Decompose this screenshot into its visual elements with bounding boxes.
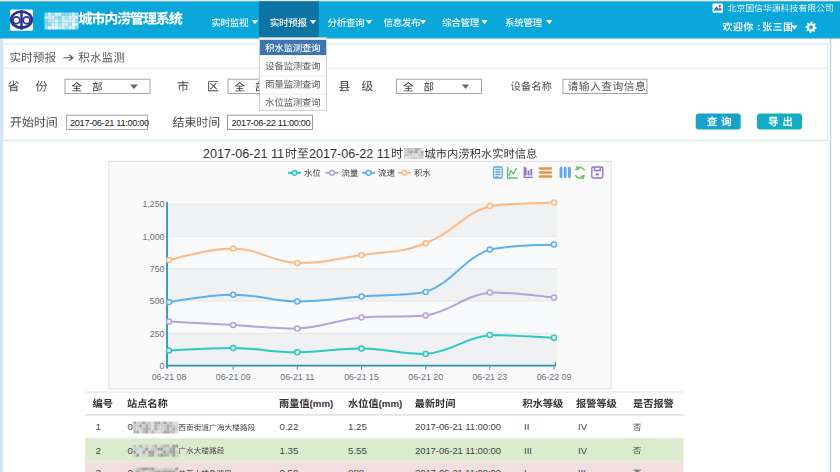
svg-text:0.50: 0.50 [280, 467, 299, 472]
svg-text:2017-06-22 11:00:00: 2017-06-22 11:00:00 [232, 118, 311, 128]
svg-text:2017-06-21 11:00:00: 2017-06-21 11:00:00 [415, 445, 501, 456]
svg-text:1.25: 1.25 [348, 421, 367, 432]
svg-text:3: 3 [96, 467, 101, 472]
svg-text:2017-06-21 11:00:00: 2017-06-21 11:00:00 [70, 118, 149, 128]
svg-text:0: 0 [160, 361, 165, 371]
svg-text:06-21 11: 06-21 11 [280, 372, 314, 382]
svg-text:888: 888 [348, 467, 364, 472]
svg-text:2017-06-21 11:00:00: 2017-06-21 11:00:00 [415, 421, 501, 432]
svg-text:06-21 08: 06-21 08 [152, 372, 187, 382]
svg-text:06-21 15: 06-21 15 [344, 372, 379, 382]
svg-text:0.22: 0.22 [280, 421, 299, 432]
svg-text:0: 0 [127, 421, 133, 432]
svg-text:06-21 20: 06-21 20 [408, 372, 443, 382]
svg-text:1: 1 [96, 421, 101, 432]
svg-text:0: 0 [127, 445, 133, 456]
svg-text:1,000: 1,000 [142, 232, 164, 242]
svg-text:5.55: 5.55 [348, 445, 367, 456]
svg-text:IV: IV [578, 421, 588, 432]
svg-text:1.35: 1.35 [280, 445, 299, 456]
svg-text:2017-06-22 11: 2017-06-22 11 [309, 147, 390, 161]
svg-text:0: 0 [127, 467, 133, 472]
svg-text:IV: IV [578, 445, 588, 456]
svg-text:06-22 09: 06-22 09 [537, 372, 572, 382]
svg-text:2017-06-21 11:00:00: 2017-06-21 11:00:00 [415, 467, 501, 472]
svg-text:I: I [524, 467, 527, 472]
svg-text:(mm): (mm) [379, 398, 403, 409]
svg-text:III: III [524, 445, 532, 456]
svg-text:III: III [578, 467, 586, 472]
svg-text:06-21 23: 06-21 23 [472, 372, 507, 382]
svg-text:2017-06-21 11: 2017-06-21 11 [203, 147, 284, 161]
svg-text:1,250: 1,250 [142, 199, 164, 209]
svg-text:750: 750 [150, 264, 165, 274]
svg-text::: : [757, 21, 760, 32]
svg-text:500: 500 [150, 296, 165, 306]
svg-text:(mm): (mm) [310, 398, 334, 409]
svg-text:06-21 09: 06-21 09 [216, 372, 251, 382]
svg-text:2: 2 [96, 445, 101, 456]
svg-text:II: II [524, 421, 529, 432]
svg-text:250: 250 [150, 329, 165, 339]
